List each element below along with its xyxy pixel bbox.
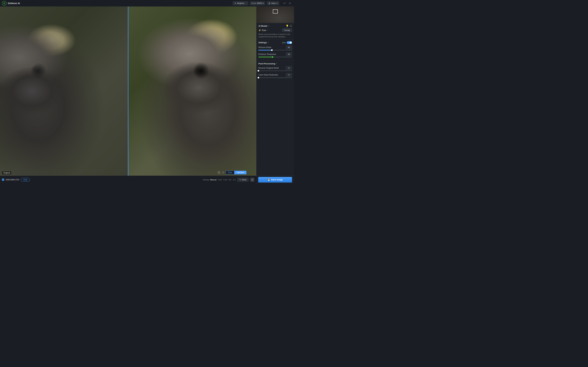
emoji-sad-button[interactable]: ☹ xyxy=(217,171,221,174)
save-area: 💾 Save Image xyxy=(256,176,294,184)
original-panel: Original xyxy=(0,7,128,176)
settings-mode-label: Settings: xyxy=(203,179,210,181)
emoji-bar: ☹ ☺ xyxy=(217,171,225,174)
logo-area: D DeNoise AI xyxy=(2,1,20,6)
enhance-sharpness-label: Enhance Sharpness xyxy=(258,53,276,55)
bulb-icon[interactable]: 💡 xyxy=(286,25,289,27)
remove-noise-row: Remove Noise 40 xyxy=(258,46,292,50)
recover-detail-thumb[interactable] xyxy=(258,70,259,72)
file-checkbox[interactable] xyxy=(2,179,4,181)
enhance-sharpness-thumb[interactable] xyxy=(272,56,273,58)
enhance-sharpness-track xyxy=(258,57,292,57)
file-name: 009A3966.CR3 xyxy=(6,179,19,181)
color-noise-track xyxy=(258,77,292,78)
ai-model-header: AI Model ? 💡 ☰ xyxy=(258,25,292,27)
model-help-icon[interactable]: ? xyxy=(267,29,268,31)
settings-title-text: Settings xyxy=(258,41,267,44)
model-name-text: Raw xyxy=(262,29,266,32)
model-row: ⚡ Raw ? Change xyxy=(258,28,292,32)
brighten-help-icon[interactable]: ? xyxy=(245,2,246,4)
recover-detail-track xyxy=(258,70,292,71)
thumbnail-image xyxy=(256,7,294,23)
color-noise-label: Color Noise Reduction xyxy=(258,74,278,76)
recover-label: R: xyxy=(229,179,230,181)
auto-settings-button[interactable]: Auto xyxy=(21,178,30,182)
view-chevron-icon: ▾ xyxy=(277,2,277,4)
post-processing-header: Post-Processing ? xyxy=(258,62,292,65)
recover-detail-value[interactable]: 0 xyxy=(286,66,292,70)
color-label: C: xyxy=(233,179,235,181)
zoom-control[interactable]: Zoom 294% ▾ xyxy=(250,1,265,5)
save-icon: 💾 xyxy=(268,178,270,181)
thumbnail-viewport[interactable] xyxy=(273,9,278,14)
ai-model-section: AI Model ? 💡 ☰ ⚡ Raw ? Change Model reco… xyxy=(256,23,294,40)
enhance-sharpness-value[interactable]: 42 xyxy=(286,52,292,56)
zoom-label: Zoom xyxy=(251,2,256,4)
enhance-sharpness-row: Enhance Sharpness 42 xyxy=(258,52,292,57)
post-processing-title: Post-Processing ? xyxy=(258,62,277,65)
top-bar: D DeNoise AI ✦ Brighten ? Zoom 294% ▾ ⊞ … xyxy=(0,0,294,7)
processed-image xyxy=(128,7,256,176)
raw-updated-group: ☹ ☺ Raw Updated xyxy=(217,171,246,174)
original-label: Original xyxy=(2,171,11,174)
processed-panel xyxy=(128,7,256,176)
color-noise-thumb[interactable] xyxy=(258,77,259,78)
remove-noise-track xyxy=(258,50,292,50)
settings-mode-value: Manual xyxy=(210,179,216,181)
color-noise-value[interactable]: 0 xyxy=(286,73,292,77)
sharpness-value: 42 xyxy=(225,179,227,181)
recover-value: 0 xyxy=(230,179,231,181)
image-viewer: Original ☹ ☺ Raw Updated xyxy=(0,7,256,176)
mask-button[interactable]: ✎ Mask xyxy=(237,178,249,182)
model-hint: Model recommendation is based on the sup… xyxy=(258,33,292,38)
settings-help-icon[interactable]: ? xyxy=(268,42,269,44)
brighten-button[interactable]: ✦ Brighten ? xyxy=(233,1,248,5)
brighten-star-icon: ✦ xyxy=(234,2,236,4)
original-image xyxy=(0,7,128,176)
recover-detail-row: Recover Original Detail 0 xyxy=(258,66,292,71)
model-flash-icon: ⚡ xyxy=(258,29,261,32)
remove-noise-value[interactable]: 40 xyxy=(286,46,292,49)
remove-noise-fill xyxy=(258,50,272,50)
model-name: ⚡ Raw ? xyxy=(258,29,268,32)
auto-toggle-switch[interactable] xyxy=(287,41,292,44)
view-button[interactable]: ⊞ View ▾ xyxy=(267,1,279,5)
svg-text:D: D xyxy=(3,2,5,5)
remove-noise-label-row: Remove Noise 40 xyxy=(258,46,292,49)
enhance-sharpness-fill xyxy=(258,57,273,57)
brighten-label: Brighten xyxy=(237,2,244,4)
main-content: Original ☹ ☺ Raw Updated xyxy=(0,7,294,176)
view-label: View xyxy=(271,2,276,4)
color-noise-label-row: Color Noise Reduction 0 xyxy=(258,73,292,77)
sharpness-label: S: xyxy=(223,179,225,181)
post-processing-title-text: Post-Processing xyxy=(258,62,275,65)
mask-icon: ✎ xyxy=(239,179,241,181)
change-model-button[interactable]: Change xyxy=(282,28,292,32)
noise-label: N: xyxy=(218,179,220,181)
save-label: Save Image xyxy=(271,178,283,181)
auto-toggle-group: Auto xyxy=(282,41,292,44)
raw-updated-badges: Raw Updated xyxy=(225,171,246,174)
split-divider[interactable] xyxy=(128,7,129,176)
settings-info: Settings: Manual N:40 S:42 R:0 C:0 xyxy=(203,179,236,181)
remove-noise-thumb[interactable] xyxy=(271,49,273,51)
raw-badge[interactable]: Raw xyxy=(225,171,234,174)
emoji-happy-button[interactable]: ☺ xyxy=(222,171,225,174)
thumbnail-area xyxy=(256,7,294,23)
noise-value: 40 xyxy=(220,179,222,181)
updated-badge[interactable]: Updated xyxy=(234,171,246,174)
mask-label: Mask xyxy=(242,179,247,181)
recover-detail-label-row: Recover Original Detail 0 xyxy=(258,66,292,70)
color-noise-row: Color Noise Reduction 0 xyxy=(258,73,292,78)
undo-button[interactable]: ↩ xyxy=(282,1,287,6)
close-button[interactable]: ✕ xyxy=(250,178,254,182)
list-icon[interactable]: ☰ xyxy=(290,25,292,27)
split-container: Original xyxy=(0,7,256,176)
post-processing-section: Post-Processing ? Recover Original Detai… xyxy=(256,61,294,81)
post-processing-help-icon[interactable]: ? xyxy=(276,63,277,65)
color-value: 0 xyxy=(235,179,236,181)
ai-model-help-icon[interactable]: ? xyxy=(268,25,269,27)
redo-button[interactable]: ↪ xyxy=(287,1,292,6)
save-button[interactable]: 💾 Save Image xyxy=(258,177,292,183)
ai-model-icons: 💡 ☰ xyxy=(286,25,292,27)
